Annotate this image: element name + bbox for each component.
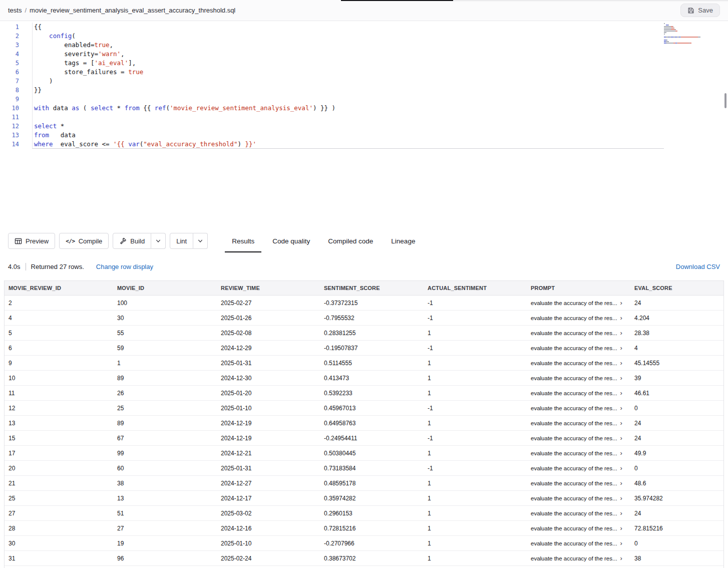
expand-cell-icon[interactable]: ›: [620, 464, 622, 472]
code-line[interactable]: 4 severity='warn',: [0, 50, 728, 59]
table-row[interactable]: 25132024-12-170.359742821evaluate the ac…: [5, 491, 723, 506]
table-row[interactable]: 11262025-01-200.53922331evaluate the acc…: [5, 386, 723, 401]
table-row[interactable]: 31962025-02-240.386737021evaluate the ac…: [5, 551, 723, 566]
expand-cell-icon[interactable]: ›: [620, 539, 622, 547]
minimap-line: [664, 25, 704, 26]
code-line[interactable]: 11: [0, 113, 728, 122]
lint-dropdown-button[interactable]: [193, 233, 208, 249]
table-row[interactable]: 912025-01-310.51145551evaluate the accur…: [5, 356, 723, 371]
minimap-line: [664, 40, 704, 41]
expand-cell-icon[interactable]: ›: [620, 374, 622, 382]
table-row[interactable]: 27512025-03-020.29601531evaluate the acc…: [5, 506, 723, 521]
code-text: config(: [32, 32, 76, 41]
table-row[interactable]: 4302025-01-26-0.7955532-1evaluate the ac…: [5, 311, 723, 326]
table-row[interactable]: 13892024-12-190.649587631evaluate the ac…: [5, 416, 723, 431]
lint-button[interactable]: Lint: [170, 233, 193, 249]
minimap-line: [664, 38, 704, 39]
code-line[interactable]: 12select *: [0, 122, 728, 131]
line-number: 2: [0, 32, 19, 41]
code-line[interactable]: 8}}: [0, 86, 728, 95]
code-line[interactable]: 14where eval_score <= '{{ var("eval_accu…: [0, 140, 728, 149]
column-header[interactable]: ACTUAL_SENTIMENT: [424, 281, 527, 296]
line-number: 4: [0, 50, 19, 59]
code-line[interactable]: 6 store_failures = true: [0, 68, 728, 77]
column-header[interactable]: PROMPT: [527, 281, 630, 296]
expand-cell-icon[interactable]: ›: [620, 494, 622, 502]
expand-cell-icon[interactable]: ›: [620, 419, 622, 427]
table-cell: 4: [630, 341, 723, 356]
tab-results[interactable]: Results: [230, 229, 256, 252]
prompt-cell: evaluate the accuracy of the res...›: [527, 506, 630, 521]
table-cell: 0.64958763: [320, 416, 424, 431]
expand-cell-icon[interactable]: ›: [620, 524, 622, 532]
expand-cell-icon[interactable]: ›: [620, 449, 622, 457]
table-cell: 13: [113, 491, 217, 506]
column-header[interactable]: REVIEW_TIME: [217, 281, 320, 296]
expand-cell-icon[interactable]: ›: [620, 554, 622, 562]
expand-cell-icon[interactable]: ›: [620, 359, 622, 367]
code-line[interactable]: 7 ): [0, 77, 728, 86]
table-cell: 2025-01-20: [217, 386, 320, 401]
minimap-line: [664, 41, 704, 42]
expand-cell-icon[interactable]: ›: [620, 479, 622, 487]
chevron-down-icon: [198, 238, 203, 243]
tab-compiled-code[interactable]: Compiled code: [326, 229, 375, 252]
table-row[interactable]: 12252025-01-100.45967013-1evaluate the a…: [5, 401, 723, 416]
table-row[interactable]: 20602025-01-310.73183584-1evaluate the a…: [5, 461, 723, 476]
table-cell: 55: [113, 326, 217, 341]
tab-lineage[interactable]: Lineage: [389, 229, 417, 252]
table-row[interactable]: 5552025-02-080.283812551evaluate the acc…: [5, 326, 723, 341]
minimap[interactable]: [664, 23, 704, 44]
code-line[interactable]: 3 enabled=true,: [0, 41, 728, 50]
expand-cell-icon[interactable]: ›: [620, 314, 622, 322]
table-cell: 0.413473: [320, 371, 424, 386]
build-button[interactable]: Build: [113, 233, 151, 249]
code-line[interactable]: 1{{: [0, 23, 728, 32]
code-line[interactable]: 5 tags = ['ai_eval'],: [0, 59, 728, 68]
table-row[interactable]: 17992024-12-210.503804451evaluate the ac…: [5, 446, 723, 461]
build-dropdown-button[interactable]: [151, 233, 166, 249]
table-cell: 1: [424, 491, 527, 506]
scrollbar-thumb[interactable]: [724, 93, 726, 108]
expand-cell-icon[interactable]: ›: [620, 389, 622, 397]
table-cell: 2025-01-10: [217, 536, 320, 551]
expand-cell-icon[interactable]: ›: [620, 509, 622, 517]
minimap-line: [664, 35, 704, 36]
table-cell: 2024-12-19: [217, 416, 320, 431]
code-line[interactable]: 9: [0, 95, 728, 104]
tab-code-quality[interactable]: Code quality: [270, 229, 312, 252]
compile-button[interactable]: </> Compile: [59, 233, 109, 249]
code-line[interactable]: 10with data as ( select * from {{ ref('m…: [0, 104, 728, 113]
download-csv-link[interactable]: Download CSV: [676, 263, 720, 270]
change-row-display-link[interactable]: Change row display: [96, 263, 153, 270]
code-editor[interactable]: 1{{2 config(3 enabled=true,4 severity='w…: [0, 21, 728, 229]
expand-cell-icon[interactable]: ›: [620, 299, 622, 307]
table-cell: 11: [5, 386, 113, 401]
code-line[interactable]: 13from data: [0, 131, 728, 140]
column-header[interactable]: SENTIMENT_SCORE: [320, 281, 424, 296]
breadcrumb: tests/movie_review_sentiment_analysis_ev…: [8, 7, 235, 14]
table-row[interactable]: 21002025-02-27-0.37372315-1evaluate the …: [5, 296, 723, 311]
table-cell: 2025-02-27: [217, 296, 320, 311]
table-row[interactable]: 6592024-12-29-0.19507837-1evaluate the a…: [5, 341, 723, 356]
table-row[interactable]: 15672024-12-19-0.24954411-1evaluate the …: [5, 431, 723, 446]
column-header[interactable]: MOVIE_ID: [113, 281, 217, 296]
column-header[interactable]: EVAL_SCORE: [630, 281, 723, 296]
table-row[interactable]: 10892024-12-300.4134731evaluate the accu…: [5, 371, 723, 386]
preview-button[interactable]: Preview: [8, 233, 55, 249]
breadcrumb-folder[interactable]: tests: [8, 7, 22, 14]
table-row[interactable]: 28272024-12-160.728152161evaluate the ac…: [5, 521, 723, 536]
expand-cell-icon[interactable]: ›: [620, 344, 622, 352]
expand-cell-icon[interactable]: ›: [620, 434, 622, 442]
table-cell: 1: [424, 536, 527, 551]
table-row[interactable]: 30192025-01-10-0.27079661evaluate the ac…: [5, 536, 723, 551]
table-row[interactable]: 21382024-12-270.485951781evaluate the ac…: [5, 476, 723, 491]
prompt-text: evaluate the accuracy of the res...: [531, 495, 617, 501]
save-button[interactable]: Save: [680, 4, 720, 17]
column-header[interactable]: MOVIE_REVIEW_ID: [5, 281, 113, 296]
expand-cell-icon[interactable]: ›: [620, 329, 622, 337]
expand-cell-icon[interactable]: ›: [620, 404, 622, 412]
table-cell: 28.38: [630, 326, 723, 341]
table-cell: 28: [5, 521, 113, 536]
code-line[interactable]: 2 config(: [0, 32, 728, 41]
